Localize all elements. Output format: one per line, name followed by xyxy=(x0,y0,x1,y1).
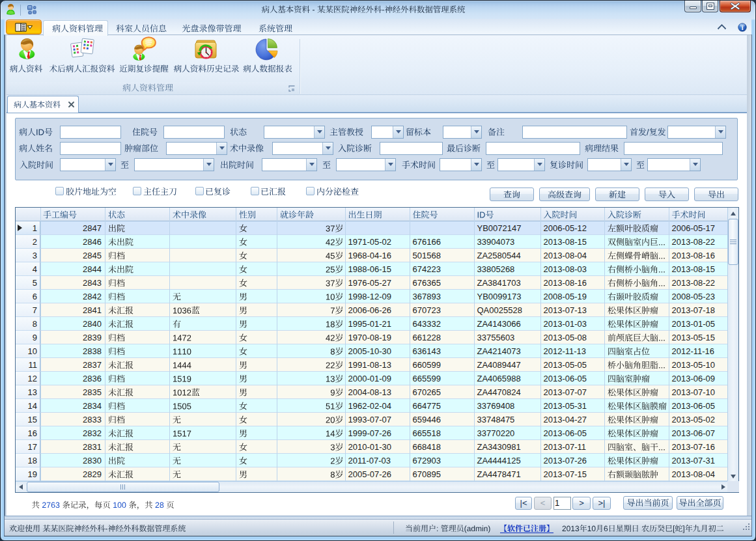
svg-text:i: i xyxy=(742,24,744,31)
